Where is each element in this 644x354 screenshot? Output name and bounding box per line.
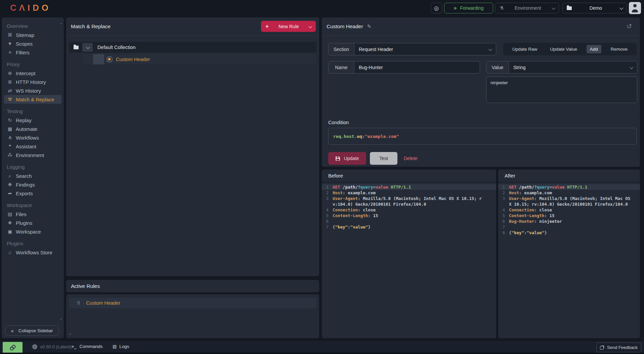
op-update-value[interactable]: Update Value — [547, 45, 581, 53]
forwarding-label: Forwarding — [460, 5, 483, 11]
new-rule-button[interactable]: + New Rule — [261, 21, 316, 32]
person-icon — [629, 2, 641, 14]
section-select[interactable]: Section Request Header — [328, 43, 496, 55]
rule-row[interactable]: Custom Header — [82, 54, 316, 64]
code-line: 3User-Agent: Mozilla/5.0 (Macintosh; Int… — [322, 196, 496, 201]
chevron-down-icon — [630, 65, 633, 69]
line-number: 4 — [498, 207, 505, 213]
save-icon — [335, 156, 340, 161]
value-type-select[interactable]: Value String — [486, 61, 637, 73]
op-update-raw[interactable]: Update Raw — [509, 45, 541, 53]
sidebar-section-label: Workspace — [2, 201, 64, 210]
condition-editor[interactable]: req.host.eq:"example.com" — [328, 128, 637, 145]
sidebar-item-replay[interactable]: ↻Replay — [4, 116, 61, 124]
sidebar-item-ws-history[interactable]: ⇄WS History — [4, 86, 61, 95]
sidebar-item-http-history[interactable]: ≣HTTP History — [4, 78, 61, 86]
commands-label: Commands — [79, 344, 102, 349]
send-feedback-button[interactable]: Send Feedback — [596, 343, 641, 352]
sidebar-item-scopes[interactable]: ▼Scopes — [4, 39, 61, 48]
sidebar-item-assistant[interactable]: ❝Assistant — [4, 142, 61, 151]
code-line: 5Content-Length: 15 — [498, 213, 640, 218]
before-code[interactable]: 1GET /path/?query=value HTTP/1.12Host: e… — [322, 184, 496, 338]
sidebar-item-plugins[interactable]: ❖Plugins — [4, 218, 61, 227]
project-dropdown[interactable]: Demo — [562, 3, 627, 13]
caido-logo: CΛIDO — [10, 3, 51, 13]
user-avatar-button[interactable] — [629, 2, 641, 14]
before-panel: Before 1GET /path/?query=value HTTP/1.12… — [322, 169, 496, 338]
up-arrow-icon[interactable]: ▴ — [60, 21, 62, 25]
browser-button[interactable]: ◎ — [431, 3, 442, 13]
environment-dropdown[interactable]: ⚗ Environment — [495, 3, 559, 13]
active-rule-row[interactable]: ⠿ Custom Header — [69, 298, 316, 308]
match-replace-panel: Match & Replace + New Rule Default Colle… — [66, 17, 319, 276]
rule-drag-handle[interactable] — [93, 54, 104, 64]
line-number: 7 — [322, 224, 329, 230]
sidebar-item-label: Environment — [16, 152, 44, 158]
sidebar-item-automate[interactable]: ▦Automate — [4, 124, 61, 133]
sidebar-nav: Overview⌘Sitemap▼Scopes≡FiltersProxy⊕Int… — [2, 17, 64, 257]
logs-icon: ▤ — [113, 344, 117, 349]
test-label: Test — [379, 156, 388, 161]
condition-label: Condition — [328, 120, 349, 125]
op-add[interactable]: Add — [587, 45, 601, 53]
delete-button[interactable]: Delete — [404, 152, 417, 165]
code-line: 1GET /path/?query=value HTTP/1.1 — [322, 184, 496, 190]
line-number: 4 — [322, 207, 329, 213]
sidebar-item-search[interactable]: ⌕Search — [4, 171, 61, 180]
drag-handle-icon[interactable]: ⠿ — [77, 301, 80, 306]
undo-icon[interactable]: ↺ — [627, 22, 632, 30]
rule-enabled-checkbox[interactable] — [107, 57, 112, 62]
sidebar-item-workflows-store[interactable]: ⌂Workflows Store — [4, 248, 61, 257]
op-remove[interactable]: Remove — [607, 45, 631, 53]
browser-icon: ◎ — [434, 5, 439, 12]
code-line: 8{"key":"value"} — [498, 230, 640, 236]
rule-label: Custom Header — [116, 57, 150, 62]
pencil-icon[interactable]: ✎ — [367, 23, 372, 30]
test-button[interactable]: Test — [370, 152, 397, 165]
left-arrow-icon[interactable]: ◂ — [69, 332, 71, 336]
sidebar-item-workspace[interactable]: ▣Workspace — [4, 227, 61, 236]
collapse-sidebar-button[interactable]: « Collapse Sidebar — [5, 325, 59, 336]
line-number: 6 — [498, 218, 505, 224]
folder-button[interactable] — [71, 43, 81, 52]
sidebar-item-label: Workspace — [16, 229, 41, 235]
after-code[interactable]: 1GET /path/?query=value HTTP/1.12Host: e… — [498, 184, 640, 338]
sidebar-item-label: Match & Replace — [16, 97, 54, 102]
page-title: Match & Replace — [71, 23, 111, 30]
sidebar-item-intercept[interactable]: ⊕Intercept — [4, 69, 61, 78]
sidebar-item-label: Plugins — [16, 220, 32, 226]
code-line: X 10.15; rv:104.0) Gecko/20100101 Firefo… — [498, 201, 640, 207]
name-field[interactable]: Name Bug-Hunter — [328, 61, 480, 73]
before-title: Before — [328, 173, 343, 179]
code-line: 4Connection: close — [498, 207, 640, 213]
line-number: 2 — [498, 190, 505, 196]
logs-button[interactable]: ▤ Logs — [113, 344, 129, 349]
sidebar-item-filters[interactable]: ≡Filters — [4, 48, 61, 57]
active-rules-title: Active Rules — [71, 283, 100, 289]
sidebar-item-workflows[interactable]: ⋔Workflows — [4, 133, 61, 142]
sidebar-item-environment[interactable]: ⁂Environment — [4, 151, 61, 159]
sidebar-item-sitemap[interactable]: ⌘Sitemap — [4, 31, 61, 39]
value-textarea[interactable]: ninjeeter — [486, 77, 637, 103]
update-button[interactable]: Update — [328, 152, 366, 165]
condition-code: req.host.eq:"example.com" — [333, 134, 399, 139]
code-line: 1GET /path/?query=value HTTP/1.1 — [498, 184, 640, 190]
forwarding-button[interactable]: » Forwarding — [444, 3, 493, 13]
line-number: 3 — [498, 196, 505, 201]
sidebar-item-findings[interactable]: ❋Findings — [4, 180, 61, 189]
down-arrow-icon[interactable]: ▾ — [60, 317, 62, 321]
sidebar-item-label: Automate — [16, 126, 37, 132]
collection-expand-button[interactable] — [82, 43, 93, 52]
sidebar-item-files[interactable]: ▤Files — [4, 210, 61, 218]
collection-row[interactable]: Default Collection — [69, 42, 316, 53]
sidebar-section-label: Logging — [2, 163, 64, 171]
commands-button[interactable]: >_ Commands — [72, 344, 102, 349]
sidebar-item-exports[interactable]: ➦Exports — [4, 189, 61, 198]
devtools-button[interactable] — [3, 342, 23, 353]
after-panel: After 1GET /path/?query=value HTTP/1.12H… — [498, 169, 640, 338]
sidebar-item-match-replace[interactable]: ⚒Match & Replace — [4, 95, 61, 104]
line-number — [498, 201, 505, 207]
http-history-icon: ≣ — [7, 79, 13, 85]
plus-icon: + — [265, 23, 269, 30]
sitemap-icon: ⌘ — [7, 32, 13, 38]
